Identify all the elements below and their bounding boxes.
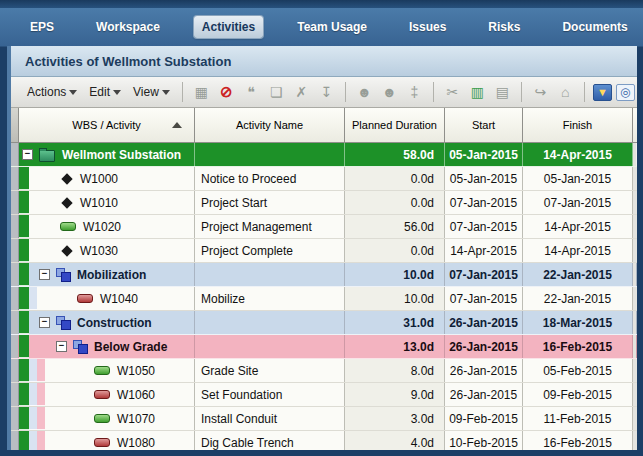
row-gutter[interactable] <box>11 407 19 430</box>
row-gutter[interactable] <box>11 311 19 334</box>
tab-activities[interactable]: Activities <box>194 16 263 38</box>
sort-ascending-icon[interactable] <box>172 122 182 128</box>
collapse-toggle[interactable]: − <box>39 317 50 328</box>
row-gutter[interactable] <box>11 167 19 190</box>
wbs-cell[interactable]: W1030 <box>19 239 195 262</box>
planned-duration-cell[interactable]: 3.0d <box>345 407 445 430</box>
collapse-toggle[interactable]: − <box>22 149 33 160</box>
dissolve-icon[interactable]: ↧ <box>316 82 337 103</box>
wbs-cell[interactable]: −Wellmont Substation <box>19 143 195 166</box>
start-cell[interactable]: 26-Jan-2015 <box>445 335 523 358</box>
planned-duration-cell[interactable]: 58.0d <box>345 143 445 166</box>
cut-icon[interactable]: ✂ <box>442 82 463 103</box>
table-row[interactable]: W1020Project Management56.0d07-Jan-20151… <box>11 215 637 239</box>
tab-eps[interactable]: EPS <box>22 16 62 38</box>
finish-cell[interactable]: 14-Apr-2015 <box>523 215 633 238</box>
activity-name-cell[interactable]: Project Management <box>195 215 345 238</box>
planned-duration-cell[interactable]: 10.0d <box>345 263 445 286</box>
column-header-dur[interactable]: Planned Duration <box>345 108 445 142</box>
wbs-cell[interactable]: W1020 <box>19 215 195 238</box>
start-cell[interactable]: 05-Jan-2015 <box>445 167 523 190</box>
planned-duration-cell[interactable]: 8.0d <box>345 359 445 382</box>
tab-issues[interactable]: Issues <box>401 16 454 38</box>
finish-cell[interactable]: 18-Mar-2015 <box>523 311 633 334</box>
row-gutter[interactable] <box>11 335 19 358</box>
menu-view[interactable]: View <box>129 82 174 102</box>
copy-icon[interactable]: ▥ <box>467 82 488 103</box>
activity-name-cell[interactable]: Mobilize <box>195 287 345 310</box>
table-row[interactable]: −Below Grade13.0d26-Jan-201516-Feb-2015 <box>11 335 637 359</box>
link-icon[interactable]: ↪ <box>530 82 551 103</box>
tab-risks[interactable]: Risks <box>480 16 528 38</box>
planned-duration-cell[interactable]: 56.0d <box>345 215 445 238</box>
wbs-cell[interactable]: −Below Grade <box>19 335 195 358</box>
column-header-name[interactable]: Activity Name <box>195 108 345 142</box>
menu-edit[interactable]: Edit <box>85 82 125 102</box>
wbs-cell[interactable]: W1070 <box>19 407 195 430</box>
planned-duration-cell[interactable]: 13.0d <box>345 335 445 358</box>
activity-name-cell[interactable]: Grade Site <box>195 359 345 382</box>
home-icon[interactable]: ⌂ <box>555 82 576 103</box>
table-row[interactable]: W1050Grade Site8.0d26-Jan-201505-Feb-201… <box>11 359 637 383</box>
wbs-cell[interactable]: W1080 <box>19 431 195 450</box>
planned-duration-cell[interactable]: 0.0d <box>345 239 445 262</box>
table-row[interactable]: −Construction31.0d26-Jan-201518-Mar-2015 <box>11 311 637 335</box>
row-gutter[interactable] <box>11 215 19 238</box>
finish-cell[interactable]: 14-Apr-2015 <box>523 239 633 262</box>
table-row[interactable]: W1040Mobilize10.0d07-Jan-201522-Jan-2015 <box>11 287 637 311</box>
start-cell[interactable]: 09-Feb-2015 <box>445 407 523 430</box>
row-gutter[interactable] <box>11 383 19 406</box>
add-resource-icon[interactable]: ☻ <box>379 82 400 103</box>
wbs-cell[interactable]: W1050 <box>19 359 195 382</box>
activity-name-cell[interactable]: Set Foundation <box>195 383 345 406</box>
row-gutter[interactable] <box>11 287 19 310</box>
finish-cell[interactable]: 16-Feb-2015 <box>523 431 633 450</box>
start-cell[interactable]: 07-Jan-2015 <box>445 215 523 238</box>
planned-duration-cell[interactable]: 0.0d <box>345 191 445 214</box>
start-cell[interactable]: 26-Jan-2015 <box>445 311 523 334</box>
start-cell[interactable]: 07-Jan-2015 <box>445 287 523 310</box>
table-row[interactable]: W1080Dig Cable Trench4.0d10-Feb-201516-F… <box>11 431 637 450</box>
wbs-cell[interactable]: W1000 <box>19 167 195 190</box>
no-access-icon[interactable]: ⊘ <box>216 82 237 103</box>
row-gutter[interactable] <box>11 191 19 214</box>
finish-cell[interactable]: 07-Jan-2015 <box>523 191 633 214</box>
activity-name-cell[interactable]: Dig Cable Trench <box>195 431 345 450</box>
wbs-cell[interactable]: W1040 <box>19 287 195 310</box>
tab-documents[interactable]: Documents <box>554 16 635 38</box>
planned-duration-cell[interactable]: 4.0d <box>345 431 445 450</box>
duplicate-icon[interactable]: ❏ <box>266 82 287 103</box>
planned-duration-cell[interactable]: 10.0d <box>345 287 445 310</box>
column-header-start[interactable]: Start <box>445 108 523 142</box>
paste-icon[interactable]: ▤ <box>492 82 513 103</box>
row-gutter[interactable] <box>11 431 19 450</box>
finish-cell[interactable]: 14-Apr-2015 <box>523 143 633 166</box>
finish-cell[interactable]: 05-Jan-2015 <box>523 167 633 190</box>
wbs-cell[interactable]: W1010 <box>19 191 195 214</box>
activity-name-cell[interactable]: Project Start <box>195 191 345 214</box>
tab-team-usage[interactable]: Team Usage <box>289 16 375 38</box>
activity-name-cell[interactable] <box>195 335 345 358</box>
start-cell[interactable]: 10-Feb-2015 <box>445 431 523 450</box>
start-cell[interactable]: 05-Jan-2015 <box>445 143 523 166</box>
start-cell[interactable]: 26-Jan-2015 <box>445 383 523 406</box>
activity-name-cell[interactable] <box>195 143 345 166</box>
find-icon[interactable]: ◎ <box>616 84 635 101</box>
comment-icon[interactable]: ❝ <box>241 82 262 103</box>
table-row[interactable]: −Wellmont Substation58.0d05-Jan-201514-A… <box>11 143 637 167</box>
activity-name-cell[interactable]: Notice to Proceed <box>195 167 345 190</box>
start-cell[interactable]: 14-Apr-2015 <box>445 239 523 262</box>
column-header-finish[interactable]: Finish <box>523 108 633 142</box>
collapse-toggle[interactable]: − <box>39 269 50 280</box>
wbs-cell[interactable]: −Construction <box>19 311 195 334</box>
wbs-cell[interactable]: −Mobilization <box>19 263 195 286</box>
collapse-toggle[interactable]: − <box>56 341 67 352</box>
add-icon[interactable]: ▦ <box>191 82 212 103</box>
column-header-wbs[interactable]: WBS / Activity <box>19 108 195 142</box>
table-row[interactable]: −Mobilization10.0d07-Jan-201522-Jan-2015 <box>11 263 637 287</box>
table-row[interactable]: W1070Install Conduit3.0d09-Feb-201511-Fe… <box>11 407 637 431</box>
menu-actions[interactable]: Actions <box>23 82 81 102</box>
tab-workspace[interactable]: Workspace <box>88 16 168 38</box>
activity-name-cell[interactable] <box>195 263 345 286</box>
start-cell[interactable]: 07-Jan-2015 <box>445 191 523 214</box>
